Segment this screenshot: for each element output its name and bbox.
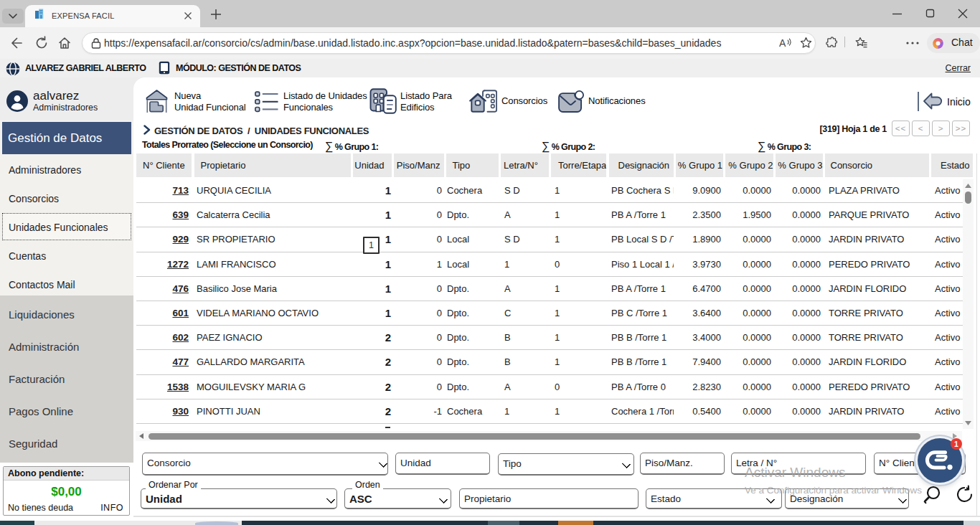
- svg-text:A: A: [779, 37, 786, 49]
